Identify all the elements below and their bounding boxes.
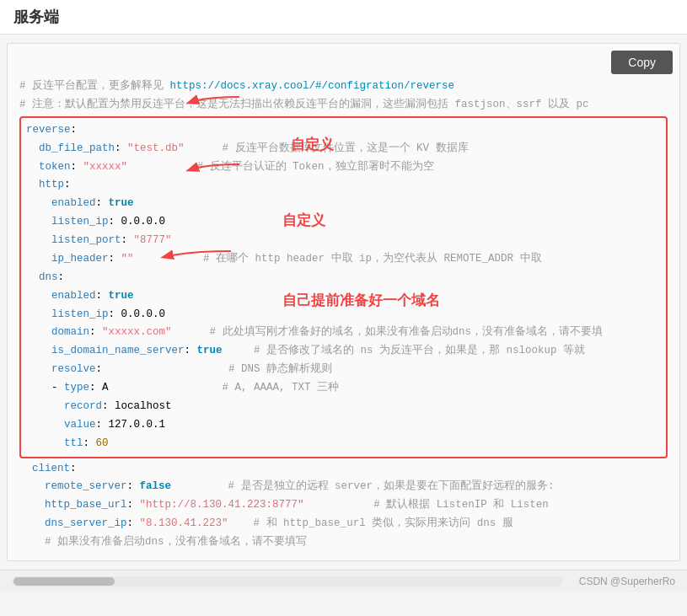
footer-bar: CSDN @SuperherRo [0,570,687,592]
code-wrapper: # 反连平台配置，更多解释见 https://docs.xray.cool/#/… [8,44,679,560]
watermark: CSDN @SuperherRo [579,576,675,587]
scrollbar-thumb [13,577,115,586]
page-title: 服务端 [13,8,59,25]
page-header: 服务端 [0,0,687,35]
code-container: Copy # 反连平台配置，更多解释见 https://docs.xray.co… [7,43,680,561]
highlighted-section: 自定义 自定义 自己提前准备好一个域名 reverse: db_file_pat… [19,116,668,458]
scrollbar-area[interactable] [12,576,562,587]
copy-button[interactable]: Copy [611,51,673,74]
